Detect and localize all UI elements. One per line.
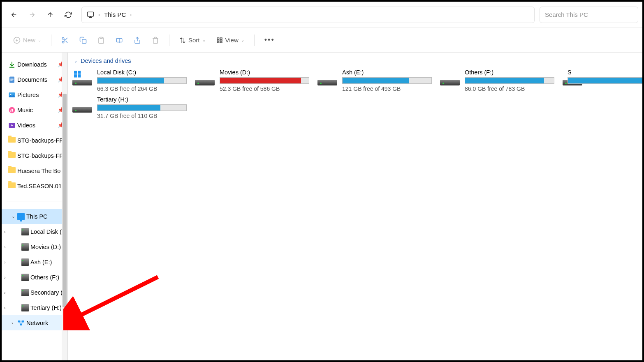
chevron-down-icon: ⌄ xyxy=(12,214,15,219)
back-button[interactable] xyxy=(6,7,22,23)
chevron-right-icon: › xyxy=(4,305,6,310)
chevron-down-icon: ⌄ xyxy=(38,38,41,42)
drive-free-text: 66.3 GB free of 264 GB xyxy=(97,85,188,92)
folder-icon xyxy=(8,182,16,190)
sidebar-item-videos[interactable]: Videos📌 xyxy=(2,118,67,133)
chevron-right-icon: › xyxy=(4,244,6,249)
sidebar-item-drive[interactable]: ›Secondary (G:) xyxy=(2,285,67,300)
svg-rect-27 xyxy=(78,74,81,78)
chevron-right-icon: › xyxy=(12,320,13,325)
chevron-right-icon: › xyxy=(130,12,132,18)
drive-free-text: 52.3 GB free of 586 GB xyxy=(220,85,310,92)
copy-button[interactable] xyxy=(75,32,91,48)
trash-icon xyxy=(152,37,159,44)
drive-icon xyxy=(21,304,29,311)
plus-circle-icon xyxy=(13,37,21,44)
chevron-right-icon: › xyxy=(4,275,6,280)
view-button[interactable]: View ⌄ xyxy=(212,32,248,48)
drive-item[interactable]: Movies (D:)52.3 GB free of 586 GB xyxy=(195,69,310,92)
sidebar-item-this-pc[interactable]: ⌄ This PC xyxy=(2,209,67,224)
separator xyxy=(7,201,63,201)
drive-name: Tertiary (H:) xyxy=(97,96,188,103)
drive-name: Local Disk (C:) xyxy=(97,69,188,76)
svg-rect-22 xyxy=(22,320,24,323)
breadcrumb[interactable]: › This PC › xyxy=(81,7,535,23)
svg-rect-25 xyxy=(78,71,81,74)
sidebar-item-pictures[interactable]: Pictures📌 xyxy=(2,87,67,102)
group-header[interactable]: ⌄ Devices and drives xyxy=(72,58,642,64)
sidebar-item-drive[interactable]: ›Movies (D:) xyxy=(2,239,67,254)
svg-rect-13 xyxy=(9,76,14,83)
drive-item[interactable]: Tertiary (H:)31.7 GB free of 110 GB xyxy=(72,96,188,119)
scrollbar[interactable] xyxy=(62,53,67,360)
share-icon xyxy=(134,37,141,44)
folder-icon xyxy=(8,152,16,159)
svg-rect-9 xyxy=(217,39,219,41)
drive-free-text: 31.7 GB free of 110 GB xyxy=(97,113,188,119)
refresh-button[interactable] xyxy=(60,7,76,23)
share-button[interactable] xyxy=(130,32,145,48)
sidebar-item-drive[interactable]: ›Local Disk (C:) xyxy=(2,224,67,239)
sidebar-item-drive[interactable]: ›Others (F:) xyxy=(2,270,67,285)
folder-icon xyxy=(8,137,16,144)
svg-rect-14 xyxy=(10,78,14,78)
drive-name: Movies (D:) xyxy=(220,69,310,76)
sidebar-item-documents[interactable]: Documents📌 xyxy=(2,72,67,87)
sidebar-item-stg-backups-ff[interactable]: STG-backups-FF xyxy=(2,133,67,148)
drive-icon xyxy=(21,258,29,266)
sort-button[interactable]: Sort ⌄ xyxy=(175,32,210,48)
chevron-down-icon: ⌄ xyxy=(202,38,206,42)
sidebar-item-drive[interactable]: ›Ash (E:) xyxy=(2,254,67,270)
drive-item[interactable]: Ash (E:)121 GB free of 493 GB xyxy=(317,69,433,92)
svg-rect-16 xyxy=(10,80,12,81)
svg-rect-12 xyxy=(220,42,222,43)
more-button[interactable]: ••• xyxy=(260,32,279,48)
svg-rect-4 xyxy=(82,39,86,43)
drive-icon xyxy=(21,289,29,296)
cut-icon xyxy=(61,37,69,44)
content-pane: ⌄ Devices and drives Local Disk (C:)66.3… xyxy=(68,53,642,360)
sidebar-item-network[interactable]: › Network xyxy=(2,315,67,330)
address-bar: › This PC › Search This PC xyxy=(2,2,642,28)
search-input[interactable]: Search This PC xyxy=(540,7,638,23)
separator xyxy=(169,35,169,46)
drive-item[interactable]: Others (F:)86.0 GB free of 783 GB xyxy=(440,69,555,92)
sidebar: Downloads📌Documents📌Pictures📌Music📌Video… xyxy=(2,53,68,360)
chevron-right-icon: › xyxy=(4,229,6,234)
sidebar-item-drive[interactable]: ›Tertiary (H:) xyxy=(2,300,67,315)
sidebar-item-music[interactable]: Music📌 xyxy=(2,102,67,118)
sidebar-item-huesera-the-bo[interactable]: Huesera The Bo xyxy=(2,163,67,178)
new-button[interactable]: New ⌄ xyxy=(9,32,45,48)
drive-item[interactable]: Local Disk (C:)66.3 GB free of 264 GB xyxy=(72,69,188,92)
svg-point-19 xyxy=(9,107,15,113)
drive-usage-bar xyxy=(97,77,187,84)
drive-free-text: 86.0 GB free of 783 GB xyxy=(465,85,555,92)
drive-item[interactable]: S xyxy=(563,69,587,92)
forward-button[interactable] xyxy=(24,7,40,23)
svg-rect-21 xyxy=(18,320,21,323)
svg-rect-24 xyxy=(74,71,77,74)
drive-icon xyxy=(21,274,29,281)
delete-button[interactable] xyxy=(148,32,163,48)
svg-rect-26 xyxy=(74,74,77,78)
svg-rect-0 xyxy=(88,12,94,16)
breadcrumb-current[interactable]: This PC xyxy=(104,11,126,18)
sidebar-item-ted-season-01-[interactable]: Ted.SEASON.01. xyxy=(2,178,67,194)
drive-usage-bar xyxy=(465,77,554,84)
chevron-right-icon: › xyxy=(4,290,6,295)
chevron-right-icon: › xyxy=(4,260,6,265)
monitor-icon xyxy=(87,11,94,18)
drive-icon xyxy=(21,228,29,235)
chevron-down-icon: ⌄ xyxy=(74,59,77,63)
rename-button[interactable] xyxy=(111,32,127,48)
separator xyxy=(51,35,51,46)
toolbar: New ⌄ Sort ⌄ View ⌄ ••• xyxy=(2,28,642,53)
sidebar-item-downloads[interactable]: Downloads📌 xyxy=(2,57,67,72)
cut-button[interactable] xyxy=(57,32,73,48)
drive-usage-bar xyxy=(220,77,309,84)
svg-rect-8 xyxy=(220,38,222,39)
paste-button[interactable] xyxy=(93,32,109,48)
up-button[interactable] xyxy=(42,7,58,23)
document-icon xyxy=(8,76,16,83)
sidebar-item-stg-backups-ff[interactable]: STG-backups-FF xyxy=(2,148,67,163)
